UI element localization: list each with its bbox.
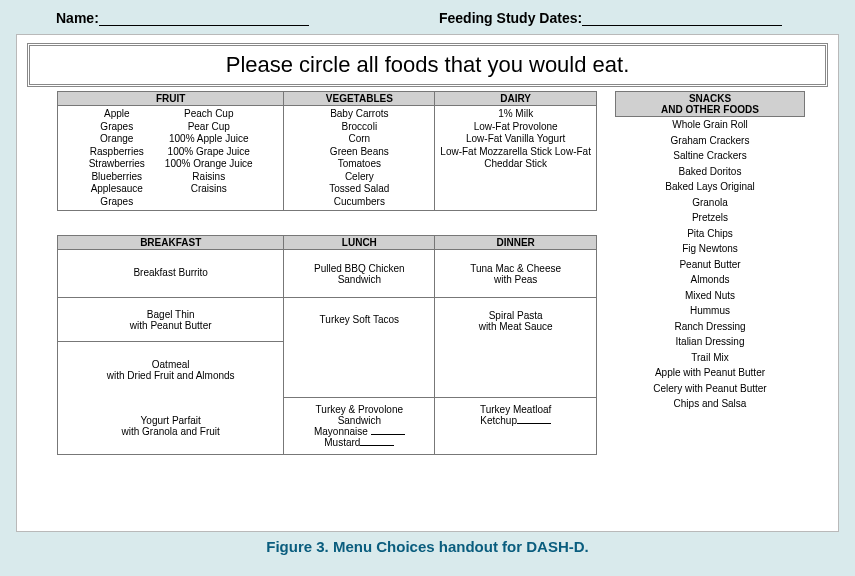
snack-item: Celery with Peanut Butter: [616, 381, 805, 397]
meal-text: Bagel Thin: [62, 309, 279, 320]
snack-item: Baked Doritos: [616, 164, 805, 180]
meal-text: Turkey Meatloaf: [439, 404, 592, 415]
fruit-item: Grapes: [89, 121, 145, 134]
meal-row: Breakfast Burrito Pulled BBQ Chicken San…: [58, 250, 597, 298]
mayo-blank[interactable]: [371, 427, 405, 435]
snack-item: Pita Chips: [616, 226, 805, 242]
snack-item: Chips and Salsa: [616, 396, 805, 412]
snack-item: Apple with Peanut Butter: [616, 365, 805, 381]
lunch-cell: Turkey & Provolone Sandwich Mayonnaise M…: [284, 398, 435, 455]
fruit-item: Pear Cup: [165, 121, 253, 134]
meal-text: Yogurt Parfait: [62, 415, 279, 426]
vegetables-cell: Baby Carrots Broccoli Corn Green Beans T…: [284, 106, 435, 211]
condiment-line: Mayonnaise: [288, 426, 430, 437]
dinner-header: DINNER: [435, 236, 597, 250]
dairy-item: Low-Fat Provolone: [439, 121, 592, 134]
dates-blank-line[interactable]: [582, 11, 782, 26]
breakfast-cell: Oatmeal with Dried Fruit and Almonds: [58, 342, 284, 398]
snack-item: Saltine Crackers: [616, 148, 805, 164]
dinner-cell: Tuna Mac & Cheese with Peas: [435, 250, 597, 298]
snack-item: Baked Lays Original: [616, 179, 805, 195]
meal-text: Tuna Mac & Cheese: [439, 263, 592, 274]
snack-item: Pretzels: [616, 210, 805, 226]
fruit-item: Orange: [89, 133, 145, 146]
fruit-item: Strawberries: [89, 158, 145, 171]
dinner-cell: Spiral Pasta with Meat Sauce: [435, 298, 597, 398]
meal-text: Oatmeal: [62, 359, 279, 370]
lunch-cell: Turkey Soft Tacos: [284, 298, 435, 398]
meal-text: Sandwich: [288, 415, 430, 426]
dairy-item: Low-Fat Vanilla Yogurt: [439, 133, 592, 146]
mustard-blank[interactable]: [360, 438, 394, 446]
snack-item: Trail Mix: [616, 350, 805, 366]
snack-item: Italian Dressing: [616, 334, 805, 350]
veg-item: Cucumbers: [288, 196, 430, 209]
page-container: Name: Feeding Study Dates: Please circle…: [0, 0, 855, 576]
condiment-line: Mustard: [288, 437, 430, 448]
dairy-item: 1% Milk: [439, 108, 592, 121]
fruit-item: 100% Orange Juice: [165, 158, 253, 171]
ketchup-blank[interactable]: [517, 416, 551, 424]
snacks-table: SNACKS AND OTHER FOODS Whole Grain Roll …: [615, 91, 805, 412]
meal-text: Spiral Pasta: [439, 310, 592, 321]
snack-item: Fig Newtons: [616, 241, 805, 257]
category-body-row: Apple Grapes Orange Raspberries Strawber…: [58, 106, 597, 211]
veg-item: Broccoli: [288, 121, 430, 134]
breakfast-cell: Breakfast Burrito: [58, 250, 284, 298]
fruit-item: Grapes: [89, 196, 145, 209]
snack-item: Mixed Nuts: [616, 288, 805, 304]
meal-text: with Peas: [439, 274, 592, 285]
snack-item: Ranch Dressing: [616, 319, 805, 335]
meals-table: BREAKFAST LUNCH DINNER Breakfast Burrito…: [57, 235, 597, 455]
veg-item: Baby Carrots: [288, 108, 430, 121]
veg-item: Green Beans: [288, 146, 430, 159]
dates-field: Feeding Study Dates:: [439, 10, 799, 26]
instruction-text: Please circle all foods that you would e…: [226, 52, 630, 77]
name-field: Name:: [56, 10, 356, 26]
fruit-col2: Peach Cup Pear Cup 100% Apple Juice 100%…: [165, 108, 253, 208]
veg-item: Tomatoes: [288, 158, 430, 171]
meal-row: Yogurt Parfait with Granola and Fruit Tu…: [58, 398, 597, 455]
dinner-cell: Turkey Meatloaf Ketchup: [435, 398, 597, 455]
name-blank-line[interactable]: [99, 11, 309, 26]
breakfast-header: BREAKFAST: [58, 236, 284, 250]
meal-text: Breakfast Burrito: [133, 267, 207, 278]
dairy-item: Low-Fat Mozzarella Stick Low-Fat: [439, 146, 592, 159]
breakfast-cell: Yogurt Parfait with Granola and Fruit: [58, 398, 284, 455]
category-header-row: FRUIT VEGETABLES DAIRY: [58, 92, 597, 106]
fruit-item: Apple: [89, 108, 145, 121]
fruit-item: Applesauce: [89, 183, 145, 196]
figure-caption: Figure 3. Menu Choices handout for DASH-…: [6, 532, 849, 555]
category-table: FRUIT VEGETABLES DAIRY Apple Grapes Oran…: [57, 91, 597, 211]
fruit-item: 100% Apple Juice: [165, 133, 253, 146]
handout-card: Please circle all foods that you would e…: [16, 34, 839, 532]
instruction-banner: Please circle all foods that you would e…: [27, 43, 828, 87]
lunch-header: LUNCH: [284, 236, 435, 250]
fruit-item: Craisins: [165, 183, 253, 196]
fruit-col1: Apple Grapes Orange Raspberries Strawber…: [89, 108, 145, 208]
fruit-item: Blueberries: [89, 171, 145, 184]
fruit-item: 100% Grape Juice: [165, 146, 253, 159]
left-column: FRUIT VEGETABLES DAIRY Apple Grapes Oran…: [57, 91, 597, 455]
dairy-header: DAIRY: [435, 92, 597, 106]
lunch-cell: Pulled BBQ Chicken Sandwich: [284, 250, 435, 298]
snack-item: Granola: [616, 195, 805, 211]
form-header: Name: Feeding Study Dates:: [6, 6, 849, 34]
fruit-header: FRUIT: [58, 92, 284, 106]
meal-text: with Dried Fruit and Almonds: [62, 370, 279, 381]
snack-item: Graham Crackers: [616, 133, 805, 149]
name-label: Name:: [56, 10, 99, 26]
dairy-item: Cheddar Stick: [439, 158, 592, 171]
snacks-header: SNACKS AND OTHER FOODS: [616, 92, 805, 117]
meal-text: with Granola and Fruit: [62, 426, 279, 437]
breakfast-cell: Bagel Thin with Peanut Butter: [58, 298, 284, 342]
snack-item: Peanut Butter: [616, 257, 805, 273]
meals-header-row: BREAKFAST LUNCH DINNER: [58, 236, 597, 250]
veg-item: Celery: [288, 171, 430, 184]
meal-text: Sandwich: [288, 274, 430, 285]
vegetables-header: VEGETABLES: [284, 92, 435, 106]
snack-item: Hummus: [616, 303, 805, 319]
dates-label: Feeding Study Dates:: [439, 10, 582, 26]
fruit-item: Raspberries: [89, 146, 145, 159]
meal-text: with Peanut Butter: [62, 320, 279, 331]
